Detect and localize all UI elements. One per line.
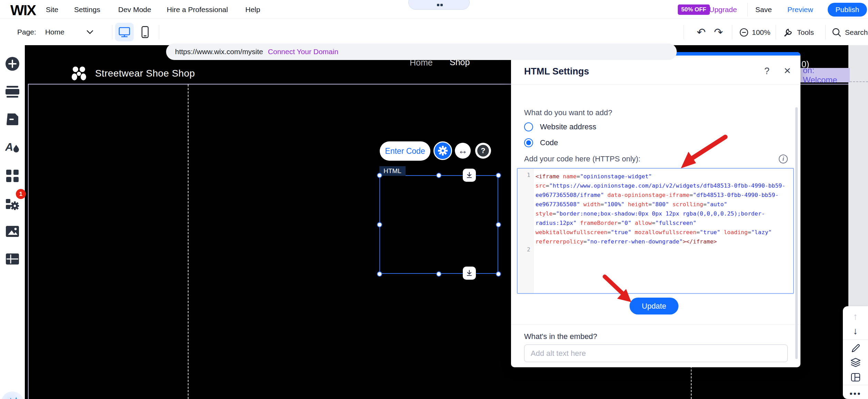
toolbar-divider bbox=[159, 25, 159, 39]
selected-html-embed[interactable] bbox=[379, 175, 498, 274]
enter-code-button[interactable]: Enter Code bbox=[380, 141, 430, 161]
panel-help-button[interactable]: ? bbox=[764, 66, 769, 77]
pages-icon bbox=[7, 113, 18, 125]
site-logo[interactable] bbox=[71, 66, 87, 83]
horizontal-arrows-icon: ↔ bbox=[458, 145, 468, 156]
tools-button[interactable] bbox=[784, 28, 793, 37]
zoom-level: 100% bbox=[752, 28, 770, 37]
move-down-button[interactable]: ↓ bbox=[843, 324, 868, 338]
toolbar-divider bbox=[684, 25, 684, 39]
search-button[interactable] bbox=[832, 28, 841, 37]
toolbar-divider bbox=[825, 25, 826, 39]
notification-badge: 1 bbox=[16, 189, 26, 199]
sidebar-item-installed-apps[interactable]: 1 bbox=[0, 194, 25, 213]
resize-handle-ne[interactable] bbox=[496, 173, 501, 178]
resize-handle-sw[interactable] bbox=[377, 271, 382, 277]
ai-assistant-button[interactable] bbox=[1, 391, 24, 399]
site-url: https://www.wix.com/mysite bbox=[175, 48, 263, 56]
edit-button[interactable] bbox=[843, 341, 868, 355]
resize-handle-nw[interactable] bbox=[377, 173, 382, 178]
editor-toolbar: Page: Home https://www.wix.com/mysite Co… bbox=[0, 19, 868, 45]
undo-button[interactable]: ↶ bbox=[695, 26, 708, 39]
close-icon[interactable]: × bbox=[784, 64, 791, 77]
panel-scrollbar[interactable] bbox=[795, 107, 798, 359]
search-icon bbox=[832, 28, 841, 37]
publish-button[interactable]: Publish bbox=[828, 3, 867, 17]
element-help-button[interactable]: ? bbox=[475, 143, 491, 159]
search-label[interactable]: Search bbox=[845, 28, 868, 37]
radio-selected-icon[interactable] bbox=[524, 138, 533, 147]
discount-badge-label: 50% OFF bbox=[678, 4, 710, 15]
menu-settings[interactable]: Settings bbox=[74, 0, 100, 19]
resize-handle-e[interactable] bbox=[496, 222, 501, 227]
sidebar-item-pages[interactable] bbox=[0, 110, 25, 129]
add-type-question: What do you want to add? bbox=[524, 108, 612, 117]
line-number: 2 bbox=[527, 246, 530, 253]
code-gutter: 1 2 bbox=[518, 169, 533, 293]
menu-hire-a-professional[interactable]: Hire a Professional bbox=[167, 0, 228, 19]
resize-handle-w[interactable] bbox=[377, 222, 382, 227]
topbar-divider bbox=[747, 3, 748, 17]
resize-handle-n[interactable] bbox=[436, 173, 441, 178]
info-icon[interactable]: i bbox=[779, 154, 788, 163]
redo-button[interactable]: ↷ bbox=[712, 26, 725, 39]
tooltip-glyph bbox=[437, 4, 439, 6]
menu-dev-mode[interactable]: Dev Mode bbox=[118, 0, 151, 19]
zoom-out-button[interactable] bbox=[739, 28, 748, 37]
layers-button[interactable] bbox=[843, 356, 868, 370]
desktop-view-button[interactable] bbox=[115, 23, 134, 41]
code-section-label: Add your code here (HTTPS only): bbox=[524, 154, 640, 163]
resize-handle-s[interactable] bbox=[436, 271, 441, 277]
wix-logo[interactable]: WIX bbox=[10, 2, 35, 19]
sidebar-item-add-elements[interactable] bbox=[0, 54, 25, 73]
menu-site[interactable]: Site bbox=[46, 0, 58, 19]
radio-website-address[interactable]: Website address bbox=[524, 122, 596, 131]
stretch-handle-top[interactable] bbox=[463, 169, 476, 182]
site-title[interactable]: Streetwear Shoe Shop bbox=[95, 68, 195, 79]
sidebar-item-site-design[interactable]: A bbox=[0, 137, 25, 157]
preview-button[interactable]: Preview bbox=[787, 0, 813, 19]
element-settings-button[interactable] bbox=[433, 141, 452, 160]
site-url-bar[interactable]: https://www.wix.com/mysite Connect Your … bbox=[166, 43, 677, 60]
page-selector[interactable]: Page: Home bbox=[17, 19, 93, 45]
layout-button[interactable] bbox=[843, 370, 868, 384]
panel-divider bbox=[511, 325, 800, 325]
chevron-down-icon bbox=[86, 30, 93, 34]
page-value: Home bbox=[45, 28, 64, 36]
stretch-element-button[interactable]: ↔ bbox=[455, 143, 471, 159]
radio-unselected-icon[interactable] bbox=[524, 122, 533, 131]
code-editor[interactable]: 1 2 <iframe name="opinionstage-widget"sr… bbox=[517, 168, 794, 294]
section-name-badge[interactable]: on: Welcome bbox=[795, 68, 850, 82]
element-type-label: HTML bbox=[379, 166, 406, 176]
alt-text-input[interactable] bbox=[524, 345, 788, 362]
stretch-handle-bottom[interactable] bbox=[463, 267, 476, 280]
code-content[interactable]: <iframe name="opinionstage-widget"src="h… bbox=[535, 172, 792, 246]
grid-guide-left bbox=[188, 84, 188, 399]
connect-domain-link[interactable]: Connect Your Domain bbox=[268, 48, 338, 56]
line-number: 1 bbox=[527, 172, 530, 178]
sidebar-item-content-manager[interactable] bbox=[0, 249, 25, 269]
stretch-icon bbox=[466, 270, 473, 277]
sidebar-item-media[interactable] bbox=[0, 222, 25, 241]
toolbar-divider bbox=[776, 25, 776, 39]
tools-label[interactable]: Tools bbox=[797, 28, 814, 37]
site-design-icon: A bbox=[5, 141, 20, 153]
move-up-button[interactable]: ↑ bbox=[843, 310, 868, 323]
html-settings-panel: HTML Settings ? × What do you want to ad… bbox=[511, 52, 800, 367]
menu-help[interactable]: Help bbox=[245, 0, 260, 19]
svg-text:A: A bbox=[5, 141, 13, 153]
app-market-icon bbox=[6, 170, 19, 182]
more-options-button[interactable]: ••• bbox=[843, 387, 868, 399]
mobile-view-button[interactable] bbox=[136, 23, 154, 41]
save-button[interactable]: Save bbox=[755, 0, 772, 19]
sidebar-item-app-market[interactable] bbox=[0, 166, 25, 186]
update-button[interactable]: Update bbox=[630, 298, 678, 315]
upgrade-button[interactable]: Upgrade bbox=[709, 0, 737, 19]
question-mark-icon: ? bbox=[477, 145, 489, 157]
sidebar-item-add-section[interactable] bbox=[0, 82, 25, 101]
layout-icon bbox=[851, 373, 860, 382]
ai-sparkles-icon bbox=[5, 396, 20, 399]
resize-handle-se[interactable] bbox=[496, 271, 501, 277]
radio-code[interactable]: Code bbox=[524, 138, 558, 147]
media-icon bbox=[6, 226, 19, 237]
